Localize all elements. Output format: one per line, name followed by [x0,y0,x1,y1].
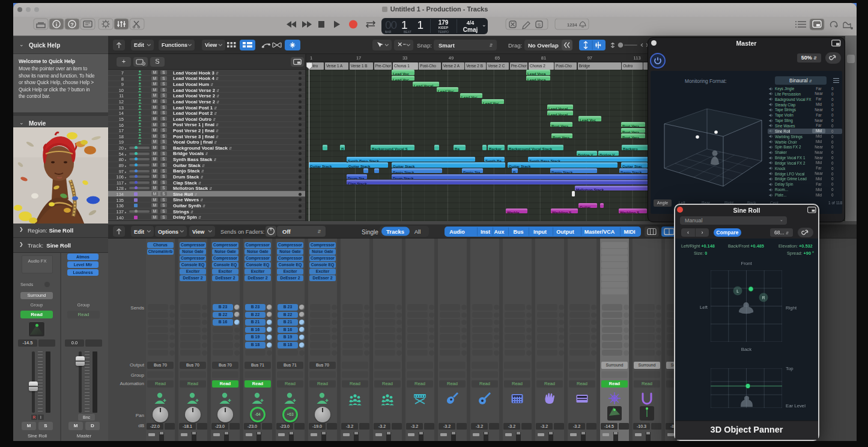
svg-text:Bus: Bus [513,229,523,235]
svg-text:Tracks: Tracks [386,228,404,235]
svg-text:View: View [192,229,205,235]
svg-text:Output: Output [556,229,574,235]
svg-text:Audio: Audio [449,229,465,235]
svg-text:S: S [538,22,541,28]
svg-text:Options: Options [158,229,178,235]
svg-text:Off: Off [282,228,291,235]
svg-text:L: L [736,289,739,293]
svg-text:Inst: Inst [481,229,490,235]
svg-text:All: All [414,228,421,235]
svg-text:Input: Input [533,229,547,235]
svg-text:Drag:: Drag: [508,42,522,49]
svg-text:⇵: ⇵ [317,229,321,234]
svg-text:Functions: Functions [162,42,187,48]
svg-text:Edit: Edit [134,42,144,48]
svg-text:?: ? [70,22,74,28]
svg-text:MIDI: MIDI [624,229,636,235]
svg-text:Sends on Faders:: Sends on Faders: [220,229,264,235]
svg-text:Aux: Aux [494,229,504,235]
svg-text:1234: 1234 [567,22,578,28]
svg-text:i: i [56,22,58,28]
svg-text:Edit: Edit [134,229,144,235]
svg-text:View: View [205,42,217,48]
svg-text:Smart: Smart [439,42,455,49]
svg-text:⇵: ⇵ [489,43,493,48]
svg-text:R: R [762,296,765,300]
svg-text:No Overlap: No Overlap [528,42,559,49]
svg-text:Snap:: Snap: [417,42,432,49]
svg-text:Master/VCA: Master/VCA [584,229,615,235]
svg-text:Single: Single [362,229,378,236]
